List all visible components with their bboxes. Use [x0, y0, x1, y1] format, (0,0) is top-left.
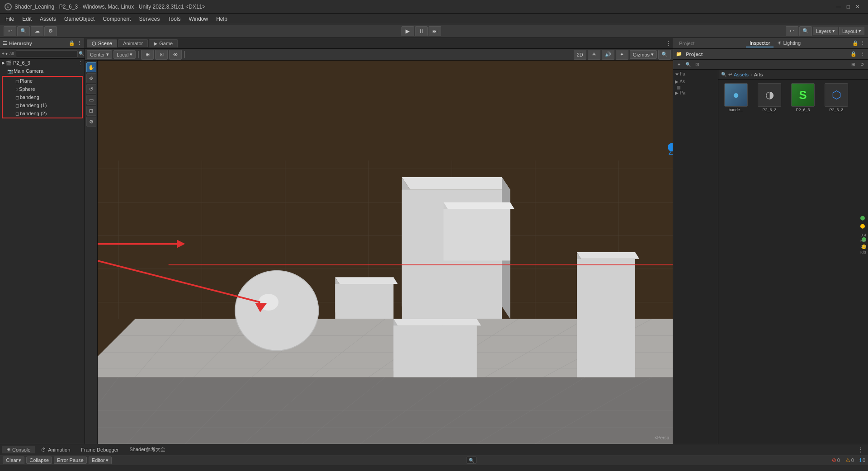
hierarchy-dropdown-btn[interactable]: ▾ [5, 50, 8, 57]
editor-dropdown[interactable]: Editor ▾ [89, 457, 112, 464]
hierarchy-item-bandeng[interactable]: ◻ bandeng [3, 93, 82, 101]
gizmos-dropdown[interactable]: Gizmos ▾ [630, 50, 657, 59]
asset-scroll-area [718, 116, 868, 444]
cloud-btn[interactable]: ☁ [31, 26, 43, 36]
asset-item-prefab[interactable]: ⬡ P2_6_3 [821, 81, 852, 114]
play-btn[interactable]: ▶ [401, 26, 414, 36]
snap-btn[interactable]: ⊡ [155, 50, 168, 60]
transform-tool-btn[interactable]: ⚙ [86, 117, 96, 127]
menu-help[interactable]: Help [212, 15, 231, 23]
scene-plus-tools: ✋ ✥ ↺ ▭ ⊞ ⚙ [85, 61, 673, 444]
project-content: ★ Fa ▶ As ▶ Pa 🔍 ↩ [673, 70, 868, 444]
tab-frame-debugger[interactable]: Frame Debugger [76, 446, 123, 453]
search-global-btn[interactable]: 🔍 [17, 26, 30, 36]
view-toggle-btn[interactable]: ⊞ [849, 61, 857, 68]
search-btn[interactable]: 🔍 [799, 26, 812, 36]
svg-rect-49 [335, 284, 393, 319]
hand-tool-btn[interactable]: ✋ [86, 62, 96, 72]
error-pause-btn[interactable]: Error Pause [54, 457, 87, 464]
bottom-menu[interactable]: ⋮ [855, 447, 866, 453]
tab-animation[interactable]: ⏱ Animation [37, 446, 75, 453]
asset-item-material[interactable]: ● bande... [720, 81, 752, 114]
asset-item-scene[interactable]: ◑ P2_6_3 [754, 81, 785, 114]
root-label: P2_6_3 [13, 60, 30, 66]
hierarchy-search-btn[interactable]: 🔍 [79, 50, 84, 57]
hierarchy-search-input[interactable] [16, 50, 78, 57]
svg-point-41 [235, 271, 318, 351]
hierarchy-title: Hierarchy [9, 41, 32, 46]
sun-icon: ☀ [777, 40, 782, 46]
layers-dropdown[interactable]: Layers ▾ [813, 27, 838, 35]
lighting-toggle-btn[interactable]: ☀ [588, 50, 600, 60]
scale-tool-btn[interactable]: ▭ [86, 95, 96, 105]
clear-btn[interactable]: Clear ▾ [3, 457, 24, 464]
close-btn[interactable]: ✕ [855, 4, 860, 10]
material-icon: ● [733, 89, 740, 101]
console-search[interactable]: 🔍 [467, 457, 476, 464]
menu-file[interactable]: File [2, 15, 18, 23]
scene-search-btn[interactable]: 🔍 [658, 50, 671, 60]
collab-btn[interactable]: ↩ [786, 26, 798, 36]
root-options[interactable]: ⋮ [78, 61, 83, 66]
search-asset-btn[interactable]: 🔍 [684, 61, 692, 68]
hierarchy-item-plane[interactable]: ◻ Plane [3, 77, 82, 85]
step-btn[interactable]: ⏭ [429, 26, 441, 36]
add-btn[interactable]: + [2, 50, 5, 57]
pause-btn[interactable]: ⏸ [415, 26, 428, 36]
move-tool-btn[interactable]: ✥ [86, 73, 96, 83]
rect-tool-btn[interactable]: ⊞ [86, 106, 96, 116]
tab-animator[interactable]: Animator [118, 39, 148, 47]
grid-toggle-btn[interactable]: ⊞ [141, 50, 154, 60]
local-mode-dropdown[interactable]: Local ▾ [113, 50, 136, 59]
inspector-tab-active[interactable]: Inspector [746, 39, 774, 47]
asset-item-shader[interactable]: S P2_6_3 [787, 81, 819, 114]
inspector-menu[interactable]: ⋮ [860, 40, 865, 46]
project-panel-header: 📁 Project 🔒 ⋮ [673, 49, 868, 60]
menu-edit[interactable]: Edit [19, 15, 35, 23]
tab-console[interactable]: ⊞ Console [2, 446, 35, 453]
breadcrumb-arts[interactable]: Arts [754, 72, 763, 77]
lighting-tab[interactable]: ☀ Lighting [774, 39, 804, 47]
filter-btn[interactable]: ⊡ [693, 61, 701, 68]
hierarchy-menu[interactable]: ⋮ [77, 40, 82, 46]
tab-shader-ref[interactable]: Shader参考大全 [125, 445, 170, 454]
menu-services[interactable]: Services [135, 15, 163, 23]
project-tab[interactable]: Project [675, 40, 698, 47]
add-asset-btn[interactable]: + [675, 61, 683, 68]
view-btn[interactable]: 👁 [169, 50, 182, 60]
history-btn[interactable]: ↩ [4, 26, 16, 36]
hierarchy-item-bandeng1[interactable]: ◻ bandeng (1) [3, 101, 82, 109]
refresh-btn[interactable]: ↺ [858, 61, 866, 68]
center-mode-dropdown[interactable]: Center ▾ [87, 50, 112, 59]
menu-gameobject[interactable]: GameObject [61, 15, 98, 23]
breadcrumb-assets[interactable]: Assets [734, 72, 749, 77]
menu-tools[interactable]: Tools [164, 15, 184, 23]
menu-assets[interactable]: Assets [36, 15, 60, 23]
maximize-btn[interactable]: □ [847, 4, 850, 10]
hierarchy-item-bandeng2[interactable]: ◻ bandeng (2) [3, 109, 82, 118]
layout-dropdown[interactable]: Layout ▾ [839, 27, 864, 35]
tab-game[interactable]: ▶ Game [149, 39, 178, 47]
inspector-lock[interactable]: 🔒 [852, 40, 859, 46]
hierarchy-lock[interactable]: 🔒 [69, 40, 75, 46]
menu-window[interactable]: Window [185, 15, 212, 23]
hierarchy-root[interactable]: ▶ 🎬 P2_6_3 ⋮ [0, 59, 85, 67]
2d-toggle-btn[interactable]: 2D [574, 50, 586, 60]
settings-btn[interactable]: ⚙ [44, 26, 57, 36]
effects-toggle-btn[interactable]: ✦ [616, 50, 628, 60]
right-panels: Project Inspector ☀ Lighting 🔒 ⋮ 📁 Proje… [673, 38, 868, 444]
assets-folder[interactable]: ▶ As [675, 79, 716, 84]
menu-component[interactable]: Component [99, 15, 134, 23]
hierarchy-item-camera[interactable]: 📷 Main Camera [0, 67, 85, 75]
project-lock[interactable]: 🔒 [850, 51, 857, 57]
audio-toggle-btn[interactable]: 🔊 [602, 50, 614, 60]
rotate-tool-btn[interactable]: ↺ [86, 84, 96, 94]
tab-scene[interactable]: ⬡ Scene [87, 39, 117, 47]
minimize-btn[interactable]: — [836, 4, 841, 10]
scene-viewport[interactable]: Y X Z [98, 61, 673, 444]
hierarchy-item-sphere[interactable]: ○ Sphere [3, 85, 82, 93]
project-menu[interactable]: ⋮ [860, 51, 865, 57]
packages-folder[interactable]: ▶ Pa [675, 90, 716, 95]
scene-options[interactable]: ⋮ [665, 40, 671, 47]
collapse-btn[interactable]: Collapse [26, 457, 52, 464]
